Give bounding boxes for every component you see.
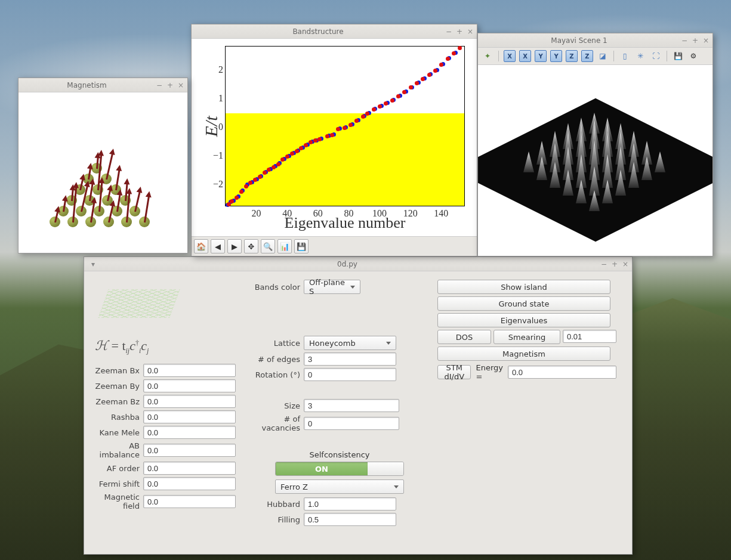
xtick: 40: [278, 208, 296, 219]
fullscreen-icon[interactable]: ⛶: [650, 50, 662, 62]
hubbard-label: Hubbard: [244, 500, 304, 509]
hubbard-input[interactable]: [304, 497, 396, 511]
minimize-icon[interactable]: −: [600, 260, 608, 268]
mpl-toolbar: 🏠 ◀ ▶ ✥ 🔍 📊 💾: [192, 236, 477, 256]
view-z-neg-icon[interactable]: Z: [581, 50, 593, 62]
data-point: [452, 51, 456, 55]
parallel-icon[interactable]: ▯: [619, 50, 631, 62]
xtick: 140: [432, 208, 450, 219]
size-input[interactable]: [304, 399, 399, 412]
view-z-pos-icon[interactable]: Z: [566, 50, 578, 62]
settings-icon[interactable]: ⚙: [687, 50, 699, 62]
filling-label: Filling: [244, 515, 304, 524]
home-icon[interactable]: 🏠: [194, 239, 208, 253]
bands-color-select[interactable]: Off-plane S: [304, 280, 360, 294]
main-title: 0d.py: [97, 260, 597, 268]
zeeman-bx-input[interactable]: [143, 364, 236, 377]
mayavi-title: Mayavi Scene 1: [551, 36, 607, 45]
eigenvalues-button[interactable]: Eigenvalues: [437, 313, 610, 327]
mayavi-scene[interactable]: [478, 65, 713, 256]
magnetism-titlebar: Magnetism − + ×: [18, 78, 187, 92]
magnetic-field-input[interactable]: [143, 495, 236, 508]
stm-button[interactable]: STM dI/dV: [437, 365, 471, 379]
rashba-label: Rashba: [87, 413, 143, 422]
main-titlebar: ▾ 0d.py − + ×: [84, 257, 632, 271]
smearing-input[interactable]: [563, 330, 616, 343]
data-point: [396, 94, 400, 98]
nedges-input[interactable]: [304, 352, 396, 366]
fermi-shift-input[interactable]: [143, 477, 236, 490]
data-point: [433, 69, 437, 73]
view-y-pos-icon[interactable]: Y: [535, 50, 547, 62]
rotation-label: Rotation (°): [244, 370, 304, 379]
view-y-neg-icon[interactable]: Y: [550, 50, 562, 62]
data-point: [378, 104, 382, 109]
ground-state-button[interactable]: Ground state: [437, 296, 610, 311]
minimize-icon[interactable]: −: [155, 81, 164, 89]
magnetism-button[interactable]: Magnetism: [437, 346, 610, 361]
nvac-label: # of vacancies: [244, 414, 304, 432]
data-point: [390, 98, 394, 103]
pan-icon[interactable]: ✥: [244, 239, 258, 253]
maximize-icon[interactable]: +: [455, 27, 464, 36]
data-point: [272, 165, 276, 169]
light-icon[interactable]: ✳: [634, 50, 646, 62]
energy-input[interactable]: [508, 366, 616, 379]
view-x-pos-icon[interactable]: X: [504, 50, 516, 62]
close-icon[interactable]: ×: [177, 81, 185, 89]
energy-label: Energy =: [473, 363, 505, 381]
zeeman-bz-input[interactable]: [143, 395, 236, 408]
ytick: 2: [206, 64, 223, 75]
axes-icon[interactable]: ✦: [482, 50, 493, 62]
close-icon[interactable]: ×: [466, 27, 474, 36]
mayavi-toolbar: ✦ X X Y Y Z Z ◪ ▯ ✳ ⛶ 💾 ⚙: [478, 48, 713, 65]
view-x-neg-icon[interactable]: X: [519, 50, 531, 62]
dos-button[interactable]: DOS: [437, 330, 491, 344]
isometric-icon[interactable]: ◪: [597, 50, 609, 62]
ab-imbalance-input[interactable]: [143, 444, 236, 457]
back-icon[interactable]: ◀: [211, 239, 225, 253]
data-point: [313, 138, 317, 143]
xtick: 20: [248, 208, 266, 219]
minimize-icon[interactable]: −: [680, 36, 689, 45]
show-island-button[interactable]: Show island: [437, 280, 610, 294]
kane-mele-input[interactable]: [143, 426, 236, 439]
close-icon[interactable]: ×: [621, 260, 630, 268]
save-icon[interactable]: 💾: [672, 50, 684, 62]
forward-icon[interactable]: ▶: [227, 239, 242, 253]
xtick: 60: [309, 208, 327, 219]
nedges-label: # of edges: [244, 355, 304, 364]
close-icon[interactable]: ×: [702, 36, 710, 45]
maximize-icon[interactable]: +: [691, 36, 699, 45]
ytick: 1: [206, 93, 223, 104]
minimize-icon[interactable]: −: [445, 27, 453, 36]
collapse-icon[interactable]: ▾: [89, 260, 97, 268]
af-order-input[interactable]: [143, 462, 236, 475]
magnetism-scene[interactable]: [18, 92, 187, 253]
data-point: [276, 162, 280, 166]
selfcons-toggle[interactable]: ON: [275, 462, 404, 476]
smearing-label: Smearing: [493, 330, 560, 344]
magnetism-window: Magnetism − + ×: [18, 78, 188, 253]
zeeman-by-input[interactable]: [143, 379, 236, 392]
xtick: 80: [340, 208, 357, 219]
data-point: [309, 140, 313, 144]
rotation-input[interactable]: [304, 368, 396, 381]
configure-icon[interactable]: 📊: [277, 239, 292, 253]
fermi-shift-label: Fermi shift: [87, 479, 143, 488]
magnetization-select[interactable]: Ferro Z: [275, 479, 404, 494]
filling-input[interactable]: [304, 513, 396, 526]
selfcons-label: Selfconsistency: [244, 450, 435, 459]
maximize-icon[interactable]: +: [166, 81, 174, 89]
zoom-icon[interactable]: 🔍: [261, 239, 275, 253]
hamiltonian-equation: ℋ = tijc†icj: [87, 335, 242, 364]
data-point: [427, 73, 431, 77]
nvac-input[interactable]: [304, 417, 399, 430]
rashba-input[interactable]: [143, 410, 236, 423]
data-point: [458, 46, 462, 50]
maximize-icon[interactable]: +: [610, 260, 619, 268]
surface-peak: [523, 151, 534, 172]
lattice-select[interactable]: Honeycomb: [304, 336, 396, 350]
save-icon[interactable]: 💾: [294, 239, 309, 253]
data-point: [415, 81, 419, 85]
